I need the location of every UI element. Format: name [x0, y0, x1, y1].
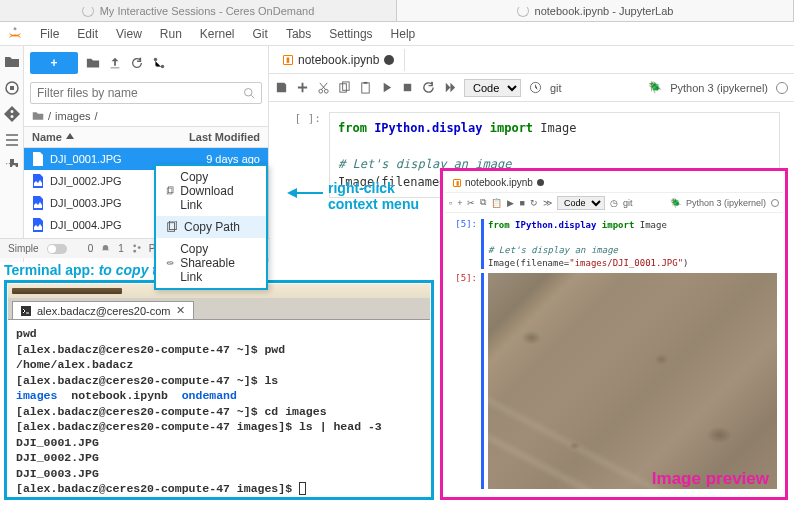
svg-rect-16 — [404, 84, 411, 91]
cut-icon[interactable] — [317, 81, 330, 94]
svg-point-3 — [154, 58, 158, 62]
spinner-icon — [517, 5, 529, 17]
run-icon[interactable]: ▶ — [507, 198, 514, 208]
new-launcher-button[interactable]: + — [30, 52, 78, 74]
run-icon[interactable] — [380, 81, 393, 94]
context-menu: Copy Download Link Copy Path Copy Sharea… — [154, 164, 268, 290]
menu-file[interactable]: File — [32, 25, 67, 43]
copy-icon[interactable]: ⧉ — [480, 197, 486, 208]
menu-kernel[interactable]: Kernel — [192, 25, 243, 43]
preview-output: [5]: — [449, 273, 779, 489]
paste-icon[interactable] — [359, 81, 372, 94]
image-file-icon — [32, 218, 44, 232]
preview-tabs: ▮ notebook.ipynb — [445, 173, 783, 193]
document-tabs: ▮ notebook.ipynb — [269, 46, 794, 74]
cell-collapser[interactable] — [481, 219, 484, 269]
simple-toggle[interactable]: Simple — [8, 243, 39, 254]
restart-run-all-icon[interactable] — [443, 81, 456, 94]
browser-tab-ondemand[interactable]: My Interactive Sessions - Ceres OnDemand — [0, 0, 397, 21]
debugger-icon[interactable]: 🪲 — [670, 198, 681, 208]
branch-icon[interactable] — [132, 244, 141, 253]
svg-point-4 — [161, 65, 165, 69]
column-name[interactable]: Name — [32, 131, 62, 143]
menu-settings[interactable]: Settings — [321, 25, 380, 43]
git-icon[interactable] — [4, 106, 20, 122]
svg-point-21 — [133, 250, 136, 253]
add-cell-icon[interactable] — [296, 81, 309, 94]
kernel-name[interactable]: Python 3 (ipykernel) — [670, 82, 768, 94]
preview-cell-code[interactable]: from IPython.display import Image # Let'… — [488, 219, 779, 269]
terminal-panel: alex.badacz@ceres20-com ✕ pwd[alex.badac… — [4, 280, 434, 500]
search-icon — [243, 87, 255, 99]
svg-point-5 — [245, 89, 253, 97]
column-modified[interactable]: Last Modified — [189, 131, 260, 143]
refresh-icon[interactable] — [130, 56, 144, 70]
preview-tab[interactable]: ▮ notebook.ipynb — [447, 175, 550, 190]
preview-cell-type[interactable]: Code — [557, 196, 605, 210]
git-label[interactable]: git — [550, 82, 562, 94]
jupyter-menubar: File Edit View Run Kernel Git Tabs Setti… — [0, 22, 794, 46]
notification-icon[interactable] — [101, 244, 110, 253]
filter-input[interactable] — [37, 86, 243, 100]
menu-view[interactable]: View — [108, 25, 150, 43]
git-toggle-icon[interactable] — [152, 56, 166, 70]
breadcrumb[interactable]: / images / — [24, 106, 268, 126]
preview-code-cell[interactable]: [5]: from IPython.display import Image #… — [449, 219, 779, 269]
clock-icon[interactable] — [529, 81, 542, 94]
clock-icon[interactable]: ◷ — [610, 198, 618, 208]
extension-icon[interactable] — [4, 158, 20, 174]
menu-run[interactable]: Run — [152, 25, 190, 43]
close-tab-icon[interactable]: ✕ — [176, 304, 185, 317]
preview-body: [5]: from IPython.display import Image #… — [445, 213, 783, 495]
terminal-body[interactable]: pwd[alex.badacz@ceres20-compute-47 ~]$ p… — [8, 320, 430, 496]
folder-icon[interactable] — [4, 54, 20, 70]
debugger-icon[interactable]: 🪲 — [648, 81, 662, 94]
svg-point-0 — [14, 27, 17, 30]
save-icon[interactable] — [275, 81, 288, 94]
upload-icon[interactable] — [108, 56, 122, 70]
cut-icon[interactable]: ✂ — [467, 198, 475, 208]
notebook-tab[interactable]: ▮ notebook.ipynb — [273, 49, 405, 71]
sort-asc-icon — [66, 133, 74, 141]
paste-icon[interactable]: 📋 — [491, 198, 502, 208]
restart-icon[interactable]: ↻ — [530, 198, 538, 208]
menu-help[interactable]: Help — [383, 25, 424, 43]
ctx-copy-download-link[interactable]: Copy Download Link — [156, 166, 266, 216]
file-filter[interactable] — [30, 82, 262, 104]
browser-tab-jupyter[interactable]: notebook.ipynb - JupyterLab — [397, 0, 794, 21]
terminal-tab[interactable]: alex.badacz@ceres20-com ✕ — [12, 301, 194, 319]
toggle-icon[interactable] — [47, 244, 67, 254]
running-icon[interactable] — [4, 80, 20, 96]
run-all-icon[interactable]: ≫ — [543, 198, 552, 208]
svg-rect-15 — [364, 82, 368, 84]
menu-tabs[interactable]: Tabs — [278, 25, 319, 43]
cell-type-select[interactable]: Code — [464, 79, 521, 97]
add-cell-icon[interactable]: + — [457, 198, 462, 208]
new-folder-icon[interactable] — [86, 56, 100, 70]
ctx-copy-path[interactable]: Copy Path — [156, 216, 266, 238]
save-icon[interactable]: ▫ — [449, 198, 452, 208]
preview-kernel[interactable]: Python 3 (ipykernel) — [686, 198, 766, 208]
file-browser: + / images / Name Last Modified DJI_0001… — [24, 46, 269, 262]
copy-icon — [166, 221, 178, 233]
output-collapser[interactable] — [481, 273, 484, 489]
toc-icon[interactable] — [4, 132, 20, 148]
kernel-status-icon — [776, 82, 788, 94]
ctx-copy-shareable-link[interactable]: Copy Shareable Link — [156, 238, 266, 288]
notebook-icon: ▮ — [453, 179, 461, 187]
browser-tab-label: My Interactive Sessions - Ceres OnDemand — [100, 5, 315, 17]
image-preview-panel: ▮ notebook.ipynb ▫ + ✂ ⧉ 📋 ▶ ■ ↻ ≫ Code … — [440, 168, 788, 500]
stop-icon[interactable] — [401, 81, 414, 94]
file-browser-toolbar: + — [24, 46, 268, 80]
menu-git[interactable]: Git — [245, 25, 276, 43]
menu-edit[interactable]: Edit — [69, 25, 106, 43]
svg-point-22 — [138, 246, 141, 249]
breadcrumb-item[interactable]: images — [55, 110, 90, 122]
restart-icon[interactable] — [422, 81, 435, 94]
copy-icon — [166, 185, 174, 197]
activity-bar — [0, 46, 24, 262]
svg-rect-2 — [10, 86, 14, 90]
file-list-header: Name Last Modified — [24, 126, 268, 148]
copy-icon[interactable] — [338, 81, 351, 94]
stop-icon[interactable]: ■ — [519, 198, 524, 208]
